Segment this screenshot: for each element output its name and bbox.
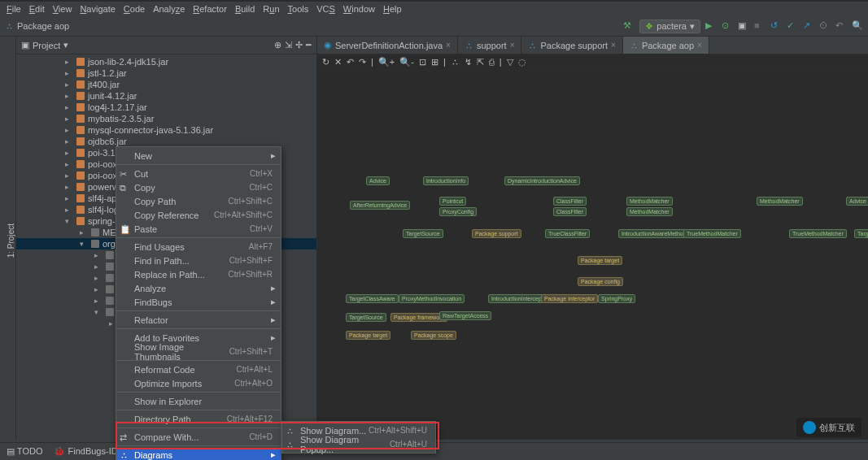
diagram-node[interactable]: Package config — [578, 277, 623, 286]
tree-item[interactable]: ▸mysql-connector-java-5.1.36.jar — [16, 124, 316, 136]
menu-item-copy-reference[interactable]: Copy ReferenceCtrl+Alt+Shift+C — [116, 208, 281, 222]
menu-item-new[interactable]: New▸ — [116, 149, 281, 163]
diagram-node[interactable]: ClassFilter — [553, 207, 587, 216]
build-icon[interactable]: ⚒ — [623, 20, 635, 32]
diagram-node[interactable]: TargetSource — [854, 229, 868, 238]
zoom-out-icon[interactable]: 🔍- — [399, 57, 414, 67]
menu-item-compare-with-[interactable]: ⇄Compare With...Ctrl+D — [116, 430, 281, 444]
tree-item[interactable]: ▸junit-4.12.jar — [16, 90, 316, 102]
close-icon[interactable]: × — [510, 41, 515, 50]
diagram-node[interactable]: TrueMethodMatcher — [683, 229, 741, 238]
menu-analyze[interactable]: Analyze — [150, 3, 188, 15]
todo-tool[interactable]: ▤ TODO — [7, 446, 42, 457]
menu-item-find-in-path-[interactable]: Find in Path...Ctrl+Shift+F — [116, 254, 281, 267]
stop-icon[interactable]: ■ — [754, 20, 765, 32]
rail-project[interactable]: 1: Project — [7, 223, 15, 258]
menu-run[interactable]: Run — [260, 3, 282, 15]
redo-icon[interactable]: ↷ — [359, 57, 366, 67]
tree-item[interactable]: ▸json-lib-2.4-jdk15.jar — [16, 56, 316, 67]
editor-tab[interactable]: ⛬Package aop× — [623, 37, 709, 54]
refresh-icon[interactable]: ↻ — [322, 57, 329, 67]
tree-item[interactable]: ▸log4j-1.2.17.jar — [16, 102, 316, 113]
menu-vcs[interactable]: VCS — [313, 3, 338, 15]
locate-icon[interactable]: ⊕ — [274, 40, 281, 50]
menu-item-refactor[interactable]: Refactor▸ — [116, 313, 281, 327]
layout-icon[interactable]: ⛬ — [451, 57, 460, 67]
editor-tab[interactable]: ⛬support× — [458, 37, 522, 54]
menu-item-paste[interactable]: 📋PasteCtrl+V — [116, 222, 281, 236]
diagram-node[interactable]: Pointcut — [439, 197, 466, 206]
menu-item-find-usages[interactable]: Find UsagesAlt+F7 — [116, 240, 281, 254]
run-config-selector[interactable]: ❖ pactera ▾ — [639, 20, 700, 33]
menu-item-optimize-imports[interactable]: Optimize ImportsCtrl+Alt+O — [116, 376, 281, 390]
diagram-node[interactable]: TargetSource — [403, 229, 443, 238]
diagram-node[interactable]: ProxyConfig — [439, 207, 477, 216]
menu-item-cut[interactable]: ✂CutCtrl+X — [116, 167, 281, 180]
close-icon[interactable]: × — [446, 41, 451, 50]
hide-icon[interactable]: ━ — [306, 40, 312, 50]
menu-item-show-diagram-popup-[interactable]: ⛬Show Diagram Popup...Ctrl+Alt+U — [282, 437, 435, 451]
diagram-node[interactable]: TargetSource — [346, 313, 386, 322]
diagram-node[interactable]: Advice — [846, 197, 868, 206]
tree-item[interactable]: ▸ojdbc6.jar — [16, 136, 316, 147]
print-icon[interactable]: ⎙ — [489, 57, 495, 67]
close-icon[interactable]: × — [697, 41, 702, 50]
menu-item-copy[interactable]: ⧉CopyCtrl+C — [116, 180, 281, 194]
diagram-canvas[interactable]: Advice IntroductionInfo DynamicIntroduct… — [317, 71, 868, 440]
menu-item-findbugs[interactable]: FindBugs▸ — [116, 295, 281, 309]
diagram-node[interactable]: DynamicIntroductionAdvice — [504, 176, 580, 185]
commit-icon[interactable]: ✓ — [787, 20, 798, 32]
menu-window[interactable]: Window — [340, 3, 378, 15]
findbugs-tool[interactable]: 🐞 FindBugs-ID — [54, 446, 117, 457]
export-icon[interactable]: ⇱ — [477, 57, 484, 67]
undo-icon[interactable]: ↶ — [347, 57, 354, 67]
diagram-node[interactable]: MethodMatcher — [626, 197, 673, 206]
tree-item[interactable]: ▸mybatis-2.3.5.jar — [16, 113, 316, 124]
delete-icon[interactable]: ✕ — [334, 57, 342, 67]
menu-item-replace-in-path-[interactable]: Replace in Path...Ctrl+Shift+R — [116, 267, 281, 281]
history-icon[interactable]: ⏲ — [819, 20, 831, 32]
menu-view[interactable]: View — [50, 3, 76, 15]
search-icon[interactable]: 🔍 — [852, 20, 863, 32]
diagram-node[interactable]: Advice — [366, 176, 390, 185]
menu-navigate[interactable]: Navigate — [76, 3, 118, 15]
coverage-icon[interactable]: ▣ — [738, 20, 749, 32]
menu-item-reformat-code[interactable]: Reformat CodeCtrl+Alt+L — [116, 362, 281, 376]
breadcrumb[interactable]: ⛬ Package aop — [5, 21, 69, 31]
diagram-node[interactable]: MethodMatcher — [757, 197, 803, 206]
diagram-node[interactable]: TrueMethodMatcher — [789, 229, 847, 238]
collapse-icon[interactable]: ⇲ — [285, 40, 292, 50]
diagram-node[interactable]: Package support — [472, 229, 521, 238]
chevron-down-icon[interactable]: ▾ — [63, 40, 68, 50]
zoom-in-icon[interactable]: 🔍+ — [378, 57, 395, 67]
menu-item-show-image-thumbnails[interactable]: Show Image ThumbnailsCtrl+Shift+T — [116, 345, 281, 358]
menu-item-analyze[interactable]: Analyze▸ — [116, 281, 281, 295]
push-icon[interactable]: ↗ — [803, 20, 814, 32]
diagram-node[interactable]: TrueClassFilter — [545, 229, 590, 238]
settings-icon[interactable]: ✢ — [295, 40, 303, 50]
diagram-node[interactable]: Package target — [578, 256, 622, 265]
menu-file[interactable]: File — [3, 3, 24, 15]
diagram-node[interactable]: AfterReturningAdvice — [350, 201, 410, 210]
menu-build[interactable]: Build — [232, 3, 258, 15]
fit-icon[interactable]: ⊞ — [431, 57, 438, 67]
menu-code[interactable]: Code — [120, 3, 148, 15]
editor-tab[interactable]: ◉ServerDefinitionAction.java× — [317, 37, 458, 54]
zoom-actual-icon[interactable]: ⊡ — [419, 57, 426, 67]
diagram-node[interactable]: Package interceptor — [541, 294, 598, 303]
menu-item-directory-path[interactable]: Directory PathCtrl+Alt+F12 — [116, 412, 281, 426]
menu-item-diagrams[interactable]: ⛬Diagrams▸ — [116, 448, 281, 460]
close-icon[interactable]: × — [611, 41, 616, 50]
diagram-node[interactable]: Package target — [346, 331, 390, 340]
menu-refactor[interactable]: Refactor — [190, 3, 230, 15]
menu-help[interactable]: Help — [380, 3, 405, 15]
route-icon[interactable]: ↯ — [465, 57, 472, 67]
tree-item[interactable]: ▸jt400.jar — [16, 79, 316, 90]
tree-item[interactable]: ▸jstl-1.2.jar — [16, 67, 316, 79]
diagram-node[interactable]: RawTargetAccess — [439, 311, 491, 320]
diagram-node[interactable]: TargetClassAware — [346, 294, 399, 303]
filter-icon[interactable]: ▽ — [507, 57, 513, 67]
menu-edit[interactable]: Edit — [26, 3, 48, 15]
diagram-node[interactable]: ClassFilter — [553, 197, 587, 206]
revert-icon[interactable]: ↶ — [835, 20, 847, 32]
